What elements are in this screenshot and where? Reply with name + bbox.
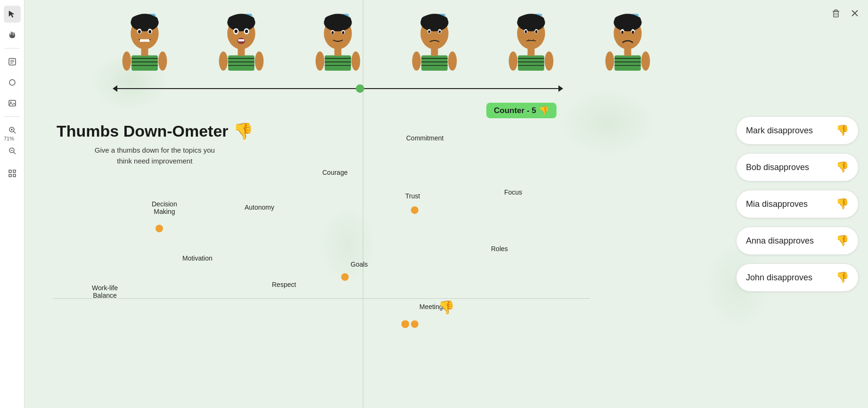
- svg-rect-102: [518, 56, 544, 71]
- svg-rect-54: [238, 39, 245, 41]
- mark-disapproves-label: Mark disapproves: [746, 126, 813, 136]
- svg-point-65: [324, 14, 352, 31]
- character-1: [119, 9, 171, 71]
- svg-point-69: [342, 31, 344, 34]
- meetings-dot-5[interactable]: [401, 320, 409, 328]
- hand-icon[interactable]: [4, 26, 21, 43]
- toolbar-divider-2: [5, 116, 20, 117]
- svg-point-98: [525, 30, 527, 33]
- svg-point-83: [428, 31, 431, 33]
- john-disapproves-label: John disapproves: [746, 273, 812, 283]
- character-5: [505, 9, 557, 71]
- svg-rect-42: [141, 48, 148, 56]
- svg-point-8: [9, 80, 15, 85]
- scale-arrow: [116, 84, 559, 93]
- john-disapproves-button[interactable]: John disapproves 👎: [736, 263, 859, 292]
- svg-point-122: [606, 51, 614, 71]
- image-icon[interactable]: [4, 95, 21, 112]
- svg-point-10: [10, 102, 11, 103]
- svg-line-16: [14, 152, 16, 154]
- svg-point-51: [235, 30, 238, 33]
- zoom-level: 71%: [4, 136, 14, 141]
- svg-rect-22: [834, 11, 838, 17]
- svg-point-108: [545, 51, 554, 71]
- trust-dot[interactable]: [411, 206, 418, 214]
- svg-point-32: [131, 14, 158, 31]
- counter-badge: Counter - 5 👎: [486, 103, 557, 118]
- svg-rect-19: [13, 170, 16, 172]
- svg-point-84: [439, 31, 441, 33]
- svg-rect-74: [335, 48, 342, 56]
- svg-line-12: [14, 131, 16, 133]
- goals-dot[interactable]: [341, 273, 349, 281]
- svg-point-116: [632, 31, 634, 34]
- svg-rect-70: [325, 56, 351, 71]
- arrow-left: [113, 85, 117, 92]
- svg-point-99: [535, 30, 538, 33]
- characters-row: [119, 9, 654, 71]
- svg-point-107: [509, 51, 518, 71]
- topic-commitment[interactable]: Commitment: [406, 134, 443, 142]
- shape-icon[interactable]: [4, 74, 21, 91]
- svg-point-61: [255, 51, 264, 71]
- svg-rect-1: [12, 32, 13, 35]
- horizontal-divider: [53, 298, 590, 299]
- svg-rect-55: [228, 56, 254, 71]
- topic-courage[interactable]: Courage: [322, 169, 348, 176]
- svg-rect-59: [238, 48, 245, 56]
- svg-point-36: [148, 30, 151, 33]
- svg-point-43: [123, 51, 131, 71]
- sticky-note-icon[interactable]: [4, 53, 21, 70]
- svg-point-60: [219, 51, 228, 71]
- counter-label: Counter - 5: [494, 106, 536, 115]
- toolbar-divider-1: [5, 48, 20, 49]
- zoom-out-icon[interactable]: [4, 142, 21, 159]
- svg-rect-38: [131, 56, 158, 71]
- character-3: [312, 9, 364, 71]
- topic-work-life-balance[interactable]: Work-lifeBalance: [92, 284, 118, 299]
- svg-rect-18: [9, 170, 11, 172]
- topic-motivation[interactable]: Motivation: [182, 254, 213, 262]
- mia-disapproves-button[interactable]: Mia disapproves 👎: [736, 190, 859, 218]
- mark-thumb-icon: 👎: [836, 124, 849, 137]
- john-thumb-icon: 👎: [836, 271, 849, 284]
- topic-autonomy[interactable]: Autonomy: [245, 204, 274, 211]
- svg-point-44: [158, 51, 167, 71]
- bob-disapproves-label: Bob disapproves: [746, 163, 809, 172]
- svg-rect-85: [421, 56, 448, 71]
- svg-rect-89: [431, 48, 438, 56]
- topic-goals[interactable]: Goals: [351, 261, 368, 268]
- svg-point-115: [622, 31, 624, 34]
- window-controls: [828, 6, 862, 21]
- topic-respect[interactable]: Respect: [272, 281, 296, 288]
- bob-disapproves-button[interactable]: Bob disapproves 👎: [736, 153, 859, 181]
- character-2: [215, 9, 267, 71]
- svg-point-91: [448, 51, 457, 71]
- toolbar: 71%: [0, 0, 25, 408]
- svg-rect-9: [9, 100, 16, 106]
- arrow-dot: [356, 84, 364, 93]
- title-section: Thumbs Down-Ometer 👎 Give a thumbs down …: [57, 122, 253, 166]
- anna-disapproves-label: Anna disapproves: [746, 236, 814, 246]
- topic-roles[interactable]: Roles: [491, 245, 508, 253]
- close-button[interactable]: [847, 6, 862, 21]
- cursor-icon[interactable]: [4, 6, 21, 23]
- arrow-right: [558, 85, 563, 92]
- topic-decision-making[interactable]: DecisionMaking: [152, 200, 177, 215]
- decision-making-dot[interactable]: [156, 225, 163, 232]
- topic-trust[interactable]: Trust: [405, 192, 420, 200]
- svg-point-52: [245, 30, 248, 33]
- subtitle: Give a thumbs down for the topics you th…: [57, 145, 253, 166]
- svg-rect-21: [13, 174, 16, 177]
- svg-rect-37: [140, 39, 149, 42]
- meetings-dot-6[interactable]: [411, 320, 418, 328]
- fit-screen-icon[interactable]: [4, 165, 21, 182]
- counter-thumb: 👎: [539, 106, 549, 115]
- arrow-line: [116, 88, 559, 89]
- topic-focus[interactable]: Focus: [504, 188, 522, 196]
- trash-button[interactable]: [828, 6, 843, 21]
- mark-disapproves-button[interactable]: Mark disapproves 👎: [736, 116, 859, 145]
- svg-point-90: [412, 51, 421, 71]
- anna-disapproves-button[interactable]: Anna disapproves 👎: [736, 227, 859, 255]
- svg-point-80: [420, 14, 448, 31]
